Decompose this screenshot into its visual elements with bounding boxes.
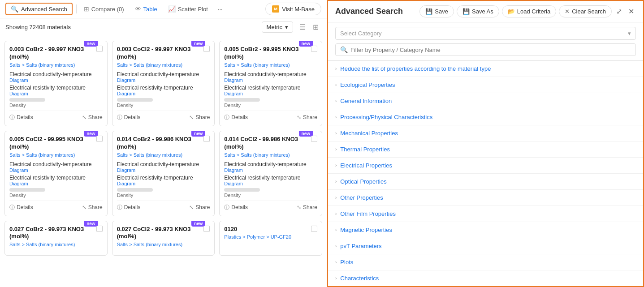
share-button[interactable]: ⤡ Share [297,204,317,210]
card-checkbox[interactable] [96,226,103,232]
density-label: Density [224,193,317,198]
share-icon: ⤡ [189,114,194,120]
share-button[interactable]: ⤡ Share [189,114,210,120]
details-button[interactable]: ⓘ Details [117,114,141,121]
property-label: Magnetic Properties [340,227,392,233]
card-title: 0.003 CoBr2 - 99.997 KNO3 (mol%) [9,46,103,61]
search-controls: Select Category ▾ 🔍 [328,22,643,61]
details-button[interactable]: ⓘ Details [224,114,248,121]
property-item-12[interactable]: › Characteristics [328,270,643,286]
density-label: Density [117,193,210,198]
card-checkbox[interactable] [96,136,103,142]
property-label: Processing/Physical Characteristics [340,114,432,120]
share-button[interactable]: ⤡ Share [82,204,103,210]
filter-input[interactable] [350,47,631,53]
chevron-right-icon: › [335,131,337,136]
prop-value[interactable]: Diagram [224,167,317,173]
prop-value[interactable]: Diagram [117,167,210,173]
scatter-plot-tab[interactable]: 📈 Scatter Plot [164,4,212,14]
header-actions: 💾 Save 💾 Save As 📂 Load Criteria ✕ Clear… [419,5,636,17]
card-checkbox[interactable] [96,46,103,52]
metric-controls: Metric ▾ ☰ ⊞ [262,21,321,33]
share-button[interactable]: ⤡ Share [189,204,210,210]
card-0: new0.003 CoBr2 - 99.997 KNO3 (mol%)Salts… [4,41,108,126]
property-item-7[interactable]: › Other Properties [328,190,643,206]
clear-icon: ✕ [565,8,570,15]
share-icon: ⤡ [297,114,301,120]
density-bar [9,188,45,192]
prop-value[interactable]: Diagram [117,77,210,83]
expand-icon[interactable]: ⤢ [614,5,624,17]
property-item-4[interactable]: › Thermal Properties [328,141,643,158]
load-criteria-button[interactable]: 📂 Load Criteria [502,5,556,17]
prop-value[interactable]: Diagram [224,181,317,186]
card-checkbox[interactable] [311,226,317,232]
card-checkbox[interactable] [311,136,317,142]
compare-tab[interactable]: ⊞ Compare (0) [80,4,128,14]
card-title: 0.005 CoCl2 - 99.995 KNO3 (mol%) [9,136,103,151]
load-criteria-label: Load Criteria [517,8,550,15]
property-item-8[interactable]: › Other Film Properties [328,206,643,222]
details-button[interactable]: ⓘ Details [9,204,33,211]
save-button[interactable]: 💾 Save [419,5,454,17]
visit-mbase-button[interactable]: M Visit M-Base [265,3,321,15]
clear-search-button[interactable]: ✕ Clear Search [559,5,612,17]
right-panel-header: Advanced Search 💾 Save 💾 Save As 📂 Load … [328,1,643,22]
grid-view-button[interactable]: ⊞ [310,21,321,33]
details-button[interactable]: ⓘ Details [117,204,141,211]
card-7: new0.027 CoCl2 - 99.973 KNO3 (mol%)Salts… [112,221,215,256]
search-icon: 🔍 [11,5,18,13]
details-button[interactable]: ⓘ Details [224,204,248,211]
details-button[interactable]: ⓘ Details [9,114,33,121]
info-icon: ⓘ [9,204,15,211]
advanced-search-tab[interactable]: 🔍 Advanced Search [5,3,73,15]
card-checkbox[interactable] [203,46,210,52]
density-bar [9,98,45,102]
card-checkbox[interactable] [203,136,210,142]
save-label: Save [435,8,448,15]
property-item-10[interactable]: › pvT Parameters [328,238,643,254]
prop-value[interactable]: Diagram [117,181,210,186]
save-as-button[interactable]: 💾 Save As [457,5,499,17]
more-button[interactable]: ··· [215,4,225,14]
table-tab[interactable]: 👁 Table [131,4,161,14]
property-item-2[interactable]: › Processing/Physical Characteristics [328,109,643,125]
clear-search-label: Clear Search [572,8,606,15]
property-item-1[interactable]: › General Information [328,93,643,109]
prop-value[interactable]: Diagram [9,91,103,96]
metric-dropdown[interactable]: Metric ▾ [262,21,293,33]
prop-value[interactable]: Diagram [224,77,317,83]
info-icon: ⓘ [117,114,122,121]
property-item-9[interactable]: › Magnetic Properties [328,222,643,238]
share-button[interactable]: ⤡ Share [297,114,317,120]
prop-value[interactable]: Diagram [9,77,103,83]
share-button[interactable]: ⤡ Share [82,114,103,120]
property-item-6[interactable]: › Optical Properties [328,174,643,190]
property-item-0[interactable]: › Ecological Properties [328,77,643,93]
sub-bar: Showing 72408 materials Metric ▾ ☰ ⊞ [0,18,327,36]
prop-label: Electrical conductivity-temperature [117,71,210,77]
share-label: Share [303,114,317,120]
prop-value[interactable]: Diagram [224,91,317,96]
reduce-list-item[interactable]: › Reduce the list of properties accordin… [328,61,643,77]
info-icon: ⓘ [224,114,229,121]
chevron-right-icon: › [335,276,337,281]
card-checkbox[interactable] [203,226,210,232]
list-view-button[interactable]: ☰ [297,21,308,33]
property-item-3[interactable]: › Mechanical Properties [328,125,643,141]
prop-value[interactable]: Diagram [117,91,210,96]
card-checkbox[interactable] [311,46,317,52]
property-item-5[interactable]: › Electrical Properties [328,158,643,174]
chevron-right-icon: › [335,115,337,120]
category-select[interactable]: Select Category ▾ [335,27,636,40]
chevron-right-icon: › [335,66,337,71]
share-icon: ⤡ [82,114,86,120]
prop-value[interactable]: Diagram [9,167,103,173]
chevron-right-icon: › [335,163,337,168]
chevron-right-icon: › [335,244,337,248]
prop-value[interactable]: Diagram [9,181,103,186]
card-subtitle: Salts > Salts (binary mixtures) [117,242,210,247]
close-icon[interactable]: ✕ [627,5,636,17]
property-item-11[interactable]: › Plots [328,254,643,270]
chevron-right-icon: › [335,179,337,184]
